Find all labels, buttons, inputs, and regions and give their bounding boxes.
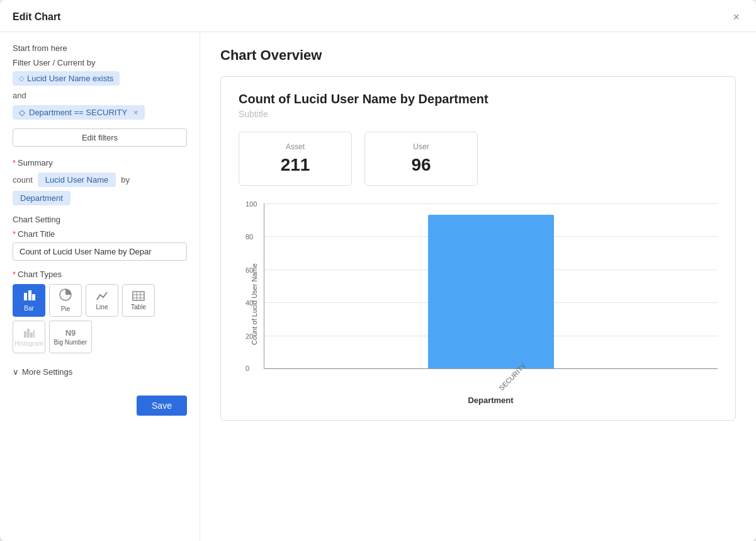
svg-rect-4 [133,292,144,300]
start-from-section: Start from here Filter User / Current by… [13,43,187,147]
chart-type-table-button[interactable]: Table [122,284,155,317]
filter-tag-2[interactable]: ◇ Department == SECURITY × [13,105,145,120]
chart-title-field-label: * Chart Title [13,229,187,239]
pie-icon [59,288,72,304]
y-tick-100: 100 [245,200,257,208]
bignumber-label: Big Number [54,339,87,346]
svg-rect-12 [33,330,35,338]
summary-group-tag[interactable]: Department [13,191,71,205]
chart-setting-section: Chart Setting * Chart Title * Chart Type… [13,215,187,353]
diamond-icon-2: ◇ [19,108,25,117]
bar-label: Bar [24,305,34,312]
right-panel: Chart Overview Count of Lucid User Name … [200,32,756,541]
y-tick-80: 80 [245,233,253,241]
svg-rect-2 [32,294,35,300]
left-panel: Start from here Filter User / Current by… [0,32,200,541]
table-label: Table [131,304,146,310]
filter-tag-2-text: Department == SECURITY [29,108,127,117]
bignumber-icon: N9 [65,328,76,338]
filter-tag-1-text: Lucid User Name exists [27,74,113,83]
more-settings-label: More Settings [22,367,72,377]
chart-type-line-button[interactable]: Line [86,284,118,317]
close-button[interactable]: × [729,10,743,24]
pie-label: Pie [61,305,70,312]
edit-chart-dialog: Edit Chart × Start from here Filter User… [0,0,756,541]
dialog-body: Start from here Filter User / Current by… [0,32,756,541]
dialog-title: Edit Chart [13,11,60,23]
svg-rect-9 [24,331,26,338]
chart-type-bignumber-button[interactable]: N9 Big Number [49,321,92,353]
start-from-label: Start from here [13,43,187,53]
histogram-icon [23,327,35,339]
chart-title-required-star: * [13,229,16,239]
more-settings-toggle[interactable]: ∨ More Settings [13,367,187,377]
histogram-label: Histogram [14,340,43,347]
diamond-icon-1: ◇ [19,74,24,83]
chart-types-row: Bar Pie Line [13,284,187,353]
chart-types-required-star: * [13,270,16,279]
y-tick-0: 0 [245,365,249,372]
chart-setting-label: Chart Setting [13,215,187,224]
chevron-down-icon: ∨ [13,367,19,377]
y-tick-20: 20 [245,333,253,340]
filter-tag-1[interactable]: ◇ Lucid User Name exists [13,71,120,86]
svg-rect-10 [27,329,30,338]
stat-card-user: User 96 [364,132,478,186]
chart-main-title: Count of Lucid User Name by Department [239,92,718,106]
summary-by-label: by [121,175,130,185]
chart-type-pie-button[interactable]: Pie [49,284,82,317]
chart-title-input[interactable] [13,242,187,261]
chart-types-field-label: * Chart Types [13,270,187,279]
stat-value-user: 96 [390,155,452,175]
stat-card-asset: Asset 211 [239,132,352,186]
stat-value-asset: 211 [264,155,326,175]
stat-cards: Asset 211 User 96 [239,132,718,186]
summary-count-label: count [13,175,33,185]
filter-label: Filter User / Current by [13,58,187,67]
svg-rect-0 [24,293,27,300]
save-button[interactable]: Save [137,396,187,416]
svg-rect-11 [30,333,33,338]
table-icon [132,291,145,302]
svg-rect-1 [28,290,31,300]
x-axis-title: Department [264,396,718,405]
bar-icon [23,289,35,304]
summary-required-star: * [13,158,16,168]
bars-container [264,203,718,368]
summary-section: * Summary count Lucid User Name by Depar… [13,158,187,203]
chart-container: Count of Lucid User Name by Department S… [220,76,736,421]
chart-overview-title: Chart Overview [220,47,736,64]
summary-field-tag[interactable]: Lucid User Name [38,173,116,187]
stat-label-asset: Asset [264,142,326,151]
chart-type-bar-button[interactable]: Bar [13,284,45,317]
stat-label-user: User [390,142,452,151]
y-tick-60: 60 [245,266,253,274]
edit-filters-button[interactable]: Edit filters [13,128,187,147]
line-icon [96,291,108,302]
chart-subtitle: Subtitle [239,109,718,119]
dialog-header: Edit Chart × [0,0,756,32]
y-tick-40: 40 [245,299,253,307]
chart-type-histogram-button[interactable]: Histogram [13,321,45,353]
line-label: Line [96,304,108,310]
summary-row: count Lucid User Name by [13,173,187,187]
bar-chart-area: Count of Lucid User Name 100 [239,203,718,405]
remove-filter-2-button[interactable]: × [133,108,138,117]
summary-label: * Summary [13,158,187,168]
bar-security [428,215,554,368]
x-axis: SECURITY [264,369,718,382]
chart-inner: 100 80 60 [264,203,718,405]
grid-and-bars: 100 80 60 [264,203,718,369]
and-label: and [13,91,187,100]
